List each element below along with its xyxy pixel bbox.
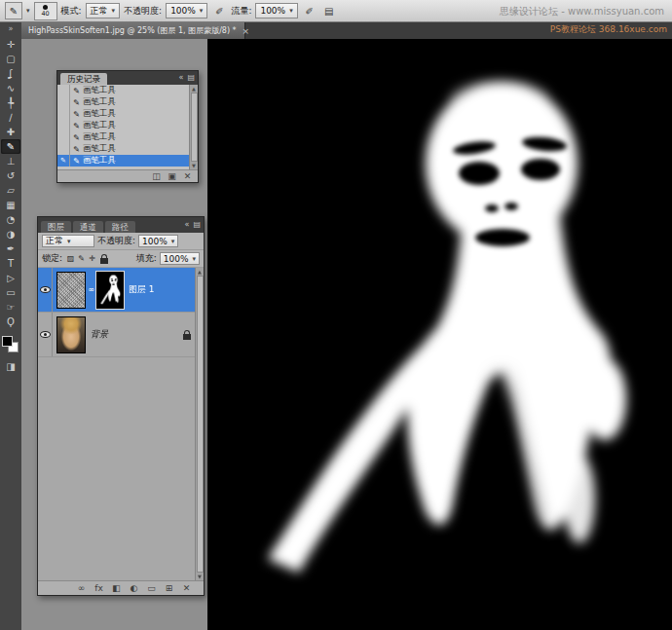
new-document-from-state-icon[interactable]: ◫	[150, 172, 163, 181]
scroll-down-icon[interactable]: ▼	[192, 163, 196, 168]
collapse-panel-icon[interactable]: »	[9, 24, 14, 34]
tool-icon: ↺	[7, 171, 15, 181]
blend-mode-select[interactable]: 正常 ▾	[86, 3, 121, 19]
history-state-row[interactable]: ✎ 画笔工具	[57, 108, 189, 120]
new-group-icon[interactable]: ▭	[145, 584, 158, 593]
foreground-color-swatch[interactable]	[2, 336, 13, 347]
history-state-row[interactable]: ✎ 画笔工具	[57, 85, 189, 96]
collapse-icon[interactable]: «	[185, 221, 190, 229]
hand-tool[interactable]: ☞	[1, 300, 20, 315]
fill-select[interactable]: 100% ▾	[160, 252, 200, 265]
lasso-tool[interactable]: ʆ	[1, 66, 20, 81]
crop-tool[interactable]: ╄	[1, 95, 20, 110]
history-state-row[interactable]: ✎ 画笔工具	[57, 96, 189, 108]
clone-stamp-tool[interactable]: ⊥	[1, 154, 20, 168]
panel-menu-icon[interactable]: ▤	[187, 74, 195, 82]
background-thumbnail[interactable]	[56, 316, 86, 353]
history-state-row[interactable]: ✎ 画笔工具	[57, 120, 189, 131]
lock-transparency-icon[interactable]: ▨	[65, 254, 76, 263]
history-state-row[interactable]: ✎ ✎ 画笔工具	[57, 155, 189, 167]
tool-icon: Ϙ	[7, 317, 15, 327]
scroll-down-icon[interactable]: ▼	[198, 574, 202, 579]
layer1-thumbnail[interactable]	[56, 272, 86, 309]
scrollbar-thumb[interactable]	[197, 276, 204, 573]
layer-name[interactable]: 图层 1	[129, 283, 155, 296]
panel-tab[interactable]: 图层	[41, 221, 71, 233]
layer-mask-thumbnail[interactable]	[96, 272, 124, 309]
eyedropper-tool[interactable]: ∕	[1, 110, 20, 125]
document-canvas[interactable]	[207, 39, 672, 630]
panel-tab[interactable]: 通道	[73, 221, 103, 233]
history-source-well[interactable]	[57, 131, 70, 143]
panel-tab[interactable]: 路径	[105, 221, 135, 233]
new-snapshot-icon[interactable]: ▣	[166, 172, 178, 181]
layer-row-background[interactable]: 背景	[38, 313, 195, 357]
eraser-tool[interactable]: ▱	[1, 183, 20, 198]
move-tool[interactable]: ✛	[1, 37, 20, 52]
opacity-select[interactable]: 100% ▾	[166, 3, 207, 19]
new-adjustment-layer-icon[interactable]: ◐	[128, 584, 140, 593]
lock-label: 锁定:	[42, 252, 62, 265]
visibility-toggle[interactable]	[38, 268, 53, 312]
layer-name[interactable]: 背景	[91, 328, 108, 341]
brush-tip-picker[interactable]: 40	[34, 2, 57, 20]
quick-selection-tool[interactable]: ∿	[1, 81, 20, 95]
panel-menu-icon[interactable]: ▤	[193, 221, 201, 229]
delete-layer-icon[interactable]: ✕	[180, 584, 193, 593]
shape-tool[interactable]: ▭	[1, 285, 20, 300]
document-tab[interactable]: HighPassSkinSoften1.jpg @ 25% (图层 1, 图层蒙…	[21, 22, 245, 39]
history-brush-tool[interactable]: ↺	[1, 168, 20, 183]
tablet-pressure-opacity-icon[interactable]: ✐	[211, 3, 227, 19]
airbrush-icon[interactable]: ✐	[302, 3, 317, 19]
scrollbar-thumb[interactable]	[191, 93, 198, 162]
tool-icon: ✛	[7, 40, 15, 50]
flow-select[interactable]: 100% ▾	[255, 3, 297, 19]
tool-icon: ◔	[7, 215, 16, 225]
brush-tool[interactable]: ✎	[1, 139, 20, 154]
layer-row-layer1[interactable]: ∞ 图层 1	[38, 268, 195, 313]
zoom-tool[interactable]: Ϙ	[1, 315, 20, 329]
mode-label: 模式:	[61, 5, 82, 18]
tab-history[interactable]: 历史记录	[60, 73, 107, 85]
tool-preset-picker[interactable]: ✎	[5, 2, 22, 19]
preset-dropdown-arrow[interactable]: ▾	[26, 7, 30, 15]
type-tool[interactable]: T	[1, 256, 20, 271]
layers-panel-header[interactable]: 图层 通道 路径 « ▤	[38, 217, 204, 233]
path-selection-tool[interactable]: ▷	[1, 271, 20, 285]
history-source-well[interactable]	[57, 96, 70, 108]
marquee-tool[interactable]: ▢	[1, 52, 20, 66]
blur-tool[interactable]: ◔	[1, 212, 20, 227]
quick-mask-icon[interactable]: ◨	[6, 361, 15, 372]
history-source-well[interactable]	[57, 143, 70, 155]
history-panel-header[interactable]: 历史记录 « ▤	[57, 71, 198, 85]
scroll-up-icon[interactable]: ▲	[192, 86, 196, 92]
lock-pixels-icon[interactable]: ✎	[76, 254, 87, 263]
gradient-tool[interactable]: ▦	[1, 198, 20, 212]
history-source-well[interactable]	[57, 85, 70, 96]
lock-all-icon[interactable]	[100, 258, 108, 264]
add-layer-mask-icon[interactable]: ◧	[110, 584, 123, 593]
layer-style-icon[interactable]: fx	[93, 584, 105, 593]
history-source-well[interactable]: ✎	[57, 155, 70, 167]
layer-opacity-select[interactable]: 100% ▾	[138, 235, 178, 247]
history-state-row[interactable]: ✎ 画笔工具	[57, 131, 189, 143]
collapse-icon[interactable]: «	[179, 74, 184, 82]
healing-brush-tool[interactable]: ✚	[1, 125, 20, 139]
history-state-row[interactable]: ✎ 画笔工具	[57, 143, 189, 155]
visibility-toggle[interactable]	[38, 313, 53, 356]
pen-tool[interactable]: ✒	[1, 241, 20, 256]
tool-icon: ╄	[8, 98, 14, 108]
delete-state-icon[interactable]: ✕	[181, 172, 194, 181]
layer-blend-mode-select[interactable]: 正常 ▾	[42, 235, 94, 247]
scroll-up-icon[interactable]: ▲	[198, 269, 202, 275]
close-icon[interactable]: ×	[243, 26, 250, 36]
new-layer-icon[interactable]: ⊞	[163, 584, 175, 593]
link-layers-icon[interactable]: ∞	[75, 584, 88, 593]
dodge-tool[interactable]: ◑	[1, 227, 20, 241]
history-scrollbar[interactable]: ▲ ▼	[189, 85, 198, 169]
layers-scrollbar[interactable]: ▲ ▼	[195, 268, 204, 580]
brush-panel-toggle-icon[interactable]: ▤	[321, 3, 337, 19]
history-source-well[interactable]	[57, 120, 70, 131]
lock-position-icon[interactable]: ✛	[87, 254, 97, 263]
history-source-well[interactable]	[57, 108, 70, 120]
